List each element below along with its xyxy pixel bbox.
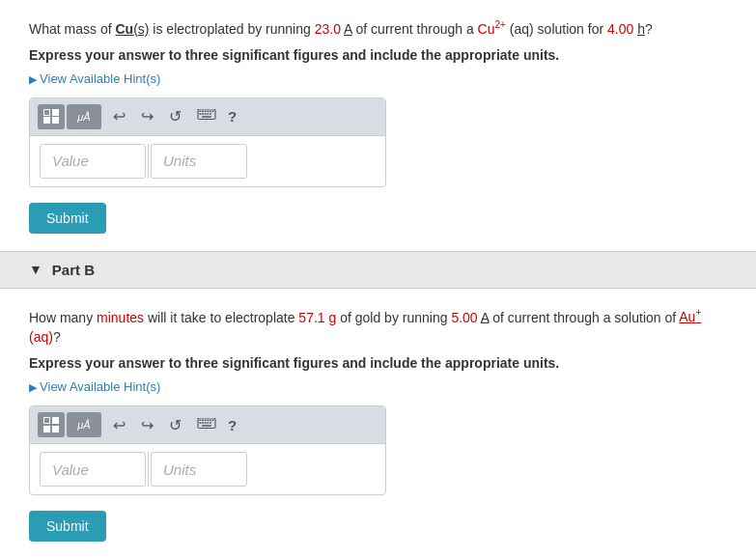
part-a-help-btn[interactable]: ?: [228, 108, 237, 125]
part-b-instructions: Express your answer to three significant…: [29, 355, 727, 371]
part-b-section: How many minutes will it take to electro…: [0, 289, 756, 558]
keyboard-icon: [197, 109, 216, 121]
part-a-reset-btn[interactable]: ↺: [165, 105, 185, 127]
grid-icon-b: [43, 417, 59, 432]
grid-icon: [43, 109, 59, 125]
part-a-hint-link[interactable]: View Available Hint(s): [29, 71, 160, 86]
svg-rect-18: [210, 419, 211, 421]
part-b-toolbar: μÅ ↩ ↪ ↺: [30, 406, 385, 444]
svg-rect-11: [210, 113, 211, 115]
svg-rect-19: [212, 419, 214, 421]
svg-rect-22: [205, 422, 207, 424]
part-a-value-field[interactable]: Value: [40, 144, 146, 179]
svg-rect-20: [200, 422, 202, 424]
part-b-answer-box: μÅ ↩ ↪ ↺: [29, 405, 386, 495]
part-a-mu-btn[interactable]: μÅ: [67, 104, 101, 129]
part-a-undo-btn[interactable]: ↩: [109, 105, 129, 127]
part-a-redo-btn[interactable]: ↪: [137, 105, 157, 127]
part-b-label: Part B: [52, 262, 95, 278]
svg-rect-17: [207, 419, 209, 421]
svg-rect-4: [207, 111, 209, 113]
part-b-mu-btn[interactable]: μÅ: [67, 412, 101, 437]
part-a-grid-btn[interactable]: [38, 104, 65, 129]
part-b-field-divider: [148, 452, 149, 487]
svg-rect-15: [202, 419, 204, 421]
svg-rect-10: [207, 113, 209, 115]
part-b-redo-btn[interactable]: ↪: [137, 414, 157, 436]
svg-rect-8: [202, 113, 204, 115]
svg-rect-25: [202, 425, 211, 427]
part-b-reset-btn[interactable]: ↺: [165, 414, 185, 436]
part-a-section: What mass of Cu(s) is electroplated by r…: [0, 0, 756, 251]
keyboard-icon-b: [197, 418, 216, 430]
part-b-header: ▼ Part B: [0, 251, 756, 289]
svg-rect-3: [205, 111, 207, 113]
svg-rect-6: [212, 111, 214, 113]
part-a-field-divider: [148, 144, 149, 179]
svg-rect-5: [210, 111, 211, 113]
part-b-question: How many minutes will it take to electro…: [29, 306, 727, 349]
part-b-input-fields: Value Units: [30, 444, 385, 494]
part-b-submit-button[interactable]: Submit: [29, 511, 106, 542]
part-b-help-btn[interactable]: ?: [228, 417, 237, 433]
svg-rect-2: [202, 111, 204, 113]
svg-rect-23: [207, 422, 209, 424]
part-a-keyboard-btn[interactable]: [193, 107, 220, 126]
svg-rect-24: [210, 422, 211, 424]
part-b-format-group: μÅ: [38, 412, 101, 437]
part-a-format-group: μÅ: [38, 104, 101, 129]
part-a-answer-box: μÅ ↩ ↪ ↺: [29, 98, 386, 187]
part-a-submit-button[interactable]: Submit: [29, 203, 106, 234]
svg-rect-1: [200, 111, 202, 113]
svg-rect-9: [205, 113, 207, 115]
part-a-instructions: Express your answer to three significant…: [29, 47, 727, 63]
page-container: What mass of Cu(s) is electroplated by r…: [0, 0, 756, 558]
part-a-toolbar: μÅ ↩ ↪ ↺: [30, 98, 385, 136]
part-b-value-field[interactable]: Value: [40, 452, 146, 487]
svg-rect-16: [205, 419, 207, 421]
part-b-hint-link[interactable]: View Available Hint(s): [29, 379, 160, 394]
svg-rect-12: [202, 116, 211, 118]
svg-rect-14: [200, 419, 202, 421]
part-b-keyboard-btn[interactable]: [193, 416, 220, 434]
part-a-units-field[interactable]: Units: [151, 144, 247, 179]
svg-rect-21: [202, 422, 204, 424]
part-b-undo-btn[interactable]: ↩: [109, 414, 129, 436]
part-b-units-field[interactable]: Units: [151, 452, 247, 487]
svg-rect-7: [200, 113, 202, 115]
part-a-input-fields: Value Units: [30, 136, 385, 186]
part-b-grid-btn[interactable]: [38, 412, 65, 437]
part-a-question: What mass of Cu(s) is electroplated by r…: [29, 17, 727, 40]
part-b-collapse-arrow[interactable]: ▼: [29, 262, 42, 277]
